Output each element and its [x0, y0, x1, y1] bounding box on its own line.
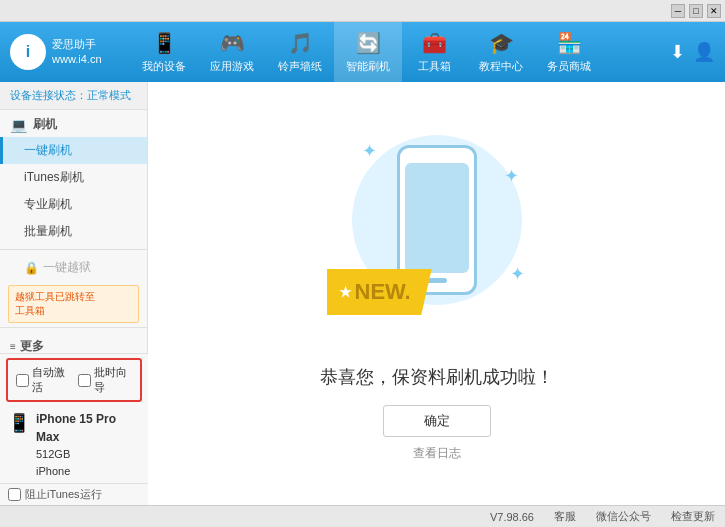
- sidebar-item-one-key-flash[interactable]: 一键刷机: [0, 137, 147, 164]
- nav-tutorial[interactable]: 🎓 教程中心: [467, 22, 535, 82]
- tutorial-icon: 🎓: [489, 31, 514, 55]
- sidebar-jailbreak-warning: 越狱工具已跳转至工具箱: [8, 285, 139, 323]
- logo-icon: i: [10, 34, 46, 70]
- nav-right-icons: ⬇ 👤: [670, 41, 725, 63]
- device-info: 📱 iPhone 15 Pro Max 512GB iPhone: [0, 406, 148, 483]
- statusbar-check-update[interactable]: 检查更新: [671, 509, 715, 524]
- guided-activation-label[interactable]: 批时向导: [78, 365, 132, 395]
- confirm-button[interactable]: 确定: [383, 405, 491, 437]
- sidebar-divider-1: [0, 249, 147, 250]
- download-icon[interactable]: ⬇: [670, 41, 685, 63]
- logo-area: i 爱思助手 www.i4.cn: [0, 22, 130, 82]
- auto-actions-container: 自动激活 批时向导: [6, 358, 142, 402]
- titlebar: ─ □ ✕: [0, 0, 725, 22]
- statusbar-customer-service[interactable]: 客服: [554, 509, 576, 524]
- nav-apps[interactable]: 🎮 应用游戏: [198, 22, 266, 82]
- new-banner: NEW.: [327, 269, 432, 315]
- toolbox-icon: 🧰: [422, 31, 447, 55]
- apps-icon: 🎮: [220, 31, 245, 55]
- sparkle-icon-3: ✦: [510, 263, 525, 285]
- sidebar-bottom: 自动激活 批时向导 📱 iPhone 15 Pro Max 512GB iPho…: [0, 353, 148, 505]
- maximize-btn[interactable]: □: [689, 4, 703, 18]
- device-details: iPhone 15 Pro Max 512GB iPhone: [36, 410, 140, 479]
- flash-section-header: 💻 刷机: [0, 110, 147, 137]
- user-icon[interactable]: 👤: [693, 41, 715, 63]
- nav-store[interactable]: 🏪 务员商城: [535, 22, 603, 82]
- flash-section-icon: 💻: [10, 117, 27, 133]
- lock-icon: 🔒: [24, 261, 39, 275]
- statusbar: V7.98.66 客服 微信公众号 检查更新: [0, 505, 725, 527]
- device-phone-icon: 📱: [8, 412, 30, 434]
- content-area: NEW. ✦ ✦ ✦ 恭喜您，保资料刷机成功啦！ 确定 查看日志: [148, 82, 725, 505]
- auto-activate-label[interactable]: 自动激活: [16, 365, 70, 395]
- version-label: V7.98.66: [490, 511, 534, 523]
- view-log-link[interactable]: 查看日志: [413, 445, 461, 462]
- statusbar-wechat[interactable]: 微信公众号: [596, 509, 651, 524]
- nav-ringtone[interactable]: 🎵 铃声墙纸: [266, 22, 334, 82]
- logo-text: 爱思助手 www.i4.cn: [52, 37, 102, 68]
- store-icon: 🏪: [557, 31, 582, 55]
- nav-bar: 📱 我的设备 🎮 应用游戏 🎵 铃声墙纸 🔄 智能刷机 🧰 工具箱 🎓 教程中心…: [130, 22, 670, 82]
- itunes-bar: 阻止iTunes运行: [0, 483, 148, 505]
- sidebar-item-itunes-flash[interactable]: iTunes刷机: [0, 164, 147, 191]
- nav-my-device[interactable]: 📱 我的设备: [130, 22, 198, 82]
- statusbar-items: 客服 微信公众号 检查更新: [554, 509, 715, 524]
- auto-activate-checkbox[interactable]: [16, 374, 29, 387]
- minimize-btn[interactable]: ─: [671, 4, 685, 18]
- ringtone-icon: 🎵: [288, 31, 313, 55]
- my-device-icon: 📱: [152, 31, 177, 55]
- sidebar-item-pro-flash[interactable]: 专业刷机: [0, 191, 147, 218]
- success-illustration: NEW. ✦ ✦ ✦: [337, 125, 537, 345]
- itunes-label: 阻止iTunes运行: [25, 487, 102, 502]
- sidebar-disabled-jailbreak: 🔒 一键越狱: [0, 254, 147, 281]
- guided-activation-checkbox[interactable]: [78, 374, 91, 387]
- connection-status: 设备连接状态：正常模式: [0, 82, 147, 110]
- header: i 爱思助手 www.i4.cn 📱 我的设备 🎮 应用游戏 🎵 铃声墙纸 🔄 …: [0, 22, 725, 82]
- phone-screen: [405, 163, 469, 273]
- nav-smart-flash[interactable]: 🔄 智能刷机: [334, 22, 402, 82]
- sparkle-icon-1: ✦: [362, 140, 377, 162]
- close-btn[interactable]: ✕: [707, 4, 721, 18]
- sidebar-divider-2: [0, 327, 147, 328]
- device-storage: 512GB: [36, 446, 140, 463]
- device-name: iPhone 15 Pro Max: [36, 410, 140, 446]
- sparkle-icon-2: ✦: [504, 165, 519, 187]
- device-type: iPhone: [36, 463, 140, 480]
- block-itunes-checkbox[interactable]: [8, 488, 21, 501]
- smart-flash-icon: 🔄: [356, 31, 381, 55]
- nav-toolbox[interactable]: 🧰 工具箱: [402, 22, 467, 82]
- success-title: 恭喜您，保资料刷机成功啦！: [320, 365, 554, 389]
- sidebar-item-batch-flash[interactable]: 批量刷机: [0, 218, 147, 245]
